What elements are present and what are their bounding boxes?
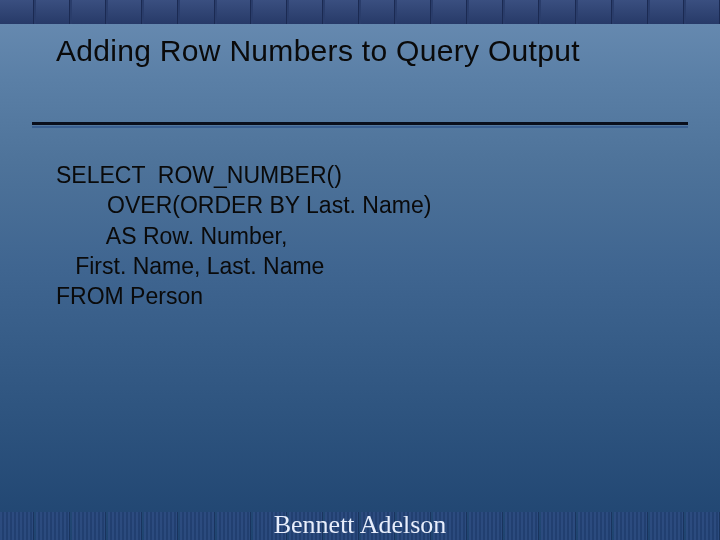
code-line: First. Name, Last. Name: [56, 253, 324, 279]
code-line: AS Row. Number,: [56, 223, 287, 249]
footer-author: Bennett Adelson: [0, 510, 720, 540]
top-decorative-band: [0, 0, 720, 24]
code-line: FROM Person: [56, 283, 203, 309]
slide-body-wrap: SELECT ROW_NUMBER() OVER(ORDER BY Last. …: [32, 128, 688, 520]
code-line: OVER(ORDER BY Last. Name): [56, 192, 431, 218]
footer-author-text: Bennett Adelson: [268, 510, 453, 539]
slide-title: Adding Row Numbers to Query Output: [32, 24, 688, 69]
sql-code-block: SELECT ROW_NUMBER() OVER(ORDER BY Last. …: [32, 128, 688, 312]
code-line: SELECT ROW_NUMBER(): [56, 162, 342, 188]
